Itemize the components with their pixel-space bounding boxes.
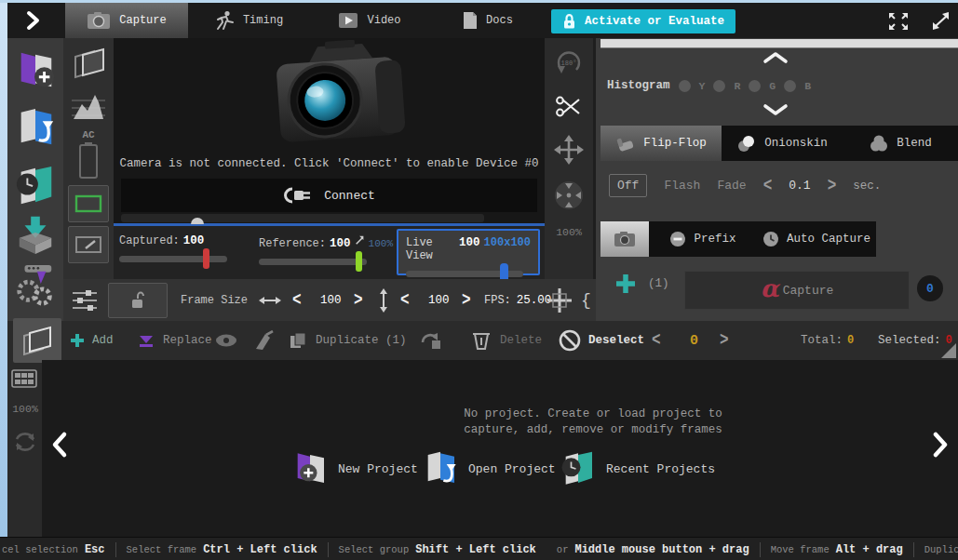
delete-frame-button[interactable]: Delete (470, 321, 542, 360)
scrub-handle[interactable] (191, 218, 204, 224)
tab-prefix[interactable]: Prefix (649, 221, 757, 257)
reference-expand-icon[interactable] (355, 234, 365, 247)
project-area: No project. Create or load project to ca… (42, 360, 958, 537)
histogram-channel-g-radio[interactable] (749, 80, 761, 92)
capture-button[interactable]: α Capture (684, 271, 910, 310)
histogram-expand-down-button[interactable] (762, 103, 789, 116)
display-view-button[interactable] (72, 46, 107, 81)
selected-label: Selected: (878, 334, 941, 347)
crop-button[interactable] (555, 94, 583, 120)
show-frame-button[interactable] (215, 321, 237, 360)
scroll-left-button[interactable] (49, 431, 70, 459)
interval-increase-button[interactable]: > (828, 175, 837, 196)
import-frames-button[interactable] (14, 211, 57, 254)
camera-small-icon (614, 231, 636, 247)
fps-group: FPS: 25.00 (484, 279, 551, 321)
connect-button[interactable]: Connect (121, 179, 537, 212)
tab-onionskin[interactable]: Onionskin (722, 126, 843, 161)
frames-zoom-level: 100% (9, 403, 41, 415)
captured-slider-handle[interactable] (203, 248, 209, 269)
prev-frame-button[interactable]: < (652, 316, 661, 366)
add-icon (70, 333, 85, 348)
new-project-link[interactable]: New Project (291, 446, 418, 492)
expand-arrows-icon (887, 11, 910, 32)
reference-label: Reference: (259, 237, 326, 250)
live-view-slider-group[interactable]: Live View100 100x100 (397, 229, 540, 275)
status-keys: Esc (85, 543, 105, 556)
center-arrows-icon (553, 180, 585, 211)
tab-docs[interactable]: Docs (430, 3, 546, 38)
reference-slider-handle[interactable] (356, 251, 362, 272)
resize-grip-icon[interactable] (941, 343, 956, 358)
histogram-channel-b-radio[interactable] (784, 80, 796, 92)
tab-camera-settings[interactable] (600, 221, 649, 257)
reference-slider-track[interactable] (259, 259, 367, 265)
duplicate-frame-button[interactable]: Duplicate (1) (288, 321, 407, 360)
add-frame-button[interactable]: Add (70, 321, 114, 360)
add-count-hint: (1) (648, 277, 669, 290)
adjust-sliders-button[interactable] (71, 279, 99, 321)
flip-flop-options: Off Flash Fade < 0.1 > sec. (609, 174, 881, 197)
expand-sidebar-button[interactable] (20, 9, 45, 32)
height-increase-button[interactable]: > (462, 273, 471, 326)
resize-window-button[interactable] (930, 11, 952, 32)
battery-status-button[interactable] (76, 142, 101, 180)
lock-frame-size-button[interactable] (108, 283, 168, 318)
open-project-link[interactable]: Open Project (422, 446, 556, 492)
open-project-button[interactable] (14, 105, 57, 152)
height-decrease-button[interactable]: < (400, 273, 410, 326)
tab-flip-flop[interactable]: Flip-Flop (600, 126, 722, 161)
capture-option-tabs: Prefix Auto Capture (600, 221, 876, 257)
activate-button[interactable]: Activate or Evaluate (551, 9, 735, 33)
tab-video[interactable]: Video (309, 3, 430, 38)
width-increase-button[interactable]: > (354, 273, 363, 326)
flip-mode-off[interactable]: Off (609, 174, 647, 197)
tab-blend[interactable]: Blend (843, 126, 958, 161)
histogram-scrollbar[interactable] (600, 39, 958, 48)
brush-icon (254, 330, 275, 351)
loop-playback-button[interactable] (12, 429, 38, 455)
grid-overlay-button[interactable] (546, 279, 573, 321)
flip-flop-hand-icon (615, 134, 636, 153)
captured-slider-group: Captured:100 (119, 229, 253, 275)
new-project-folder-icon (291, 448, 329, 489)
film-strip-button[interactable] (11, 367, 37, 390)
fullscreen-button[interactable] (887, 11, 910, 32)
preview-scrub-bar[interactable] (121, 214, 484, 222)
flip-mode-flash[interactable]: Flash (664, 179, 700, 193)
next-frame-button[interactable]: > (720, 316, 729, 366)
open-project-folder-icon (422, 448, 459, 489)
histogram-channel-y-radio[interactable] (679, 80, 691, 92)
interval-decrease-button[interactable]: < (763, 175, 773, 196)
tab-timing[interactable]: Timing (188, 3, 309, 38)
rotate-180-button[interactable]: 180° (553, 47, 585, 79)
draw-region-button[interactable] (68, 226, 109, 263)
new-project-button[interactable] (14, 47, 57, 94)
recent-projects-button[interactable] (14, 164, 57, 208)
project-settings-button[interactable] (14, 261, 57, 310)
flip-mode-fade[interactable]: Fade (717, 179, 746, 193)
live-view-region-button[interactable] (68, 185, 109, 222)
tab-capture[interactable]: Capture (65, 3, 188, 38)
width-decrease-button[interactable]: < (292, 273, 302, 326)
tab-blend-label: Blend (897, 137, 932, 150)
redo-frame-button[interactable] (419, 321, 443, 360)
histogram-collapse-up-button[interactable] (762, 51, 789, 64)
tab-flip-flop-label: Flip-Flop (643, 137, 707, 150)
pan-button[interactable] (554, 135, 584, 165)
histogram-channel-r-radio[interactable] (713, 80, 725, 92)
onionskin-icon (736, 134, 757, 153)
replace-frame-button[interactable]: Replace (137, 321, 212, 360)
center-view-button[interactable] (553, 180, 585, 211)
frames-panel-button[interactable] (13, 318, 61, 363)
paint-frame-button[interactable] (254, 321, 275, 360)
scissors-icon (555, 94, 583, 120)
recent-projects-link[interactable]: Recent Projects (560, 446, 715, 492)
captured-slider-track[interactable] (119, 256, 227, 262)
add-plus-icon[interactable] (614, 273, 637, 295)
duplicate-icon (288, 331, 308, 350)
histogram-view-button[interactable] (70, 89, 107, 125)
histogram-label: Histogram (607, 79, 670, 92)
tab-auto-capture[interactable]: Auto Capture (757, 221, 876, 257)
deselect-button[interactable]: Deselect (559, 321, 644, 360)
